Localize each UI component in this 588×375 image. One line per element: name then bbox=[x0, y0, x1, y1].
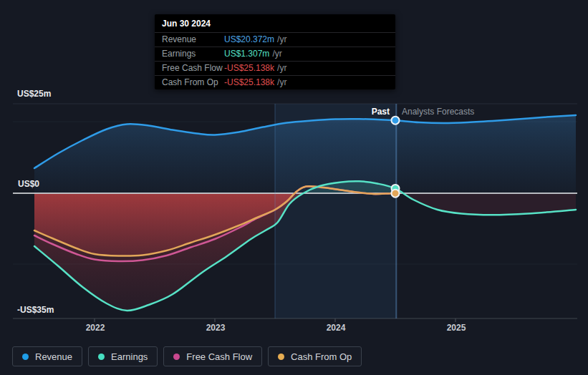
tooltip-unit: /yr bbox=[277, 63, 286, 73]
earnings-swatch-icon bbox=[98, 354, 105, 360]
x-axis-label-2023: 2023 bbox=[206, 323, 226, 333]
x-axis-label-2022: 2022 bbox=[86, 323, 105, 333]
revenue-swatch-icon bbox=[22, 354, 29, 360]
tooltip-unit: /yr bbox=[277, 77, 286, 87]
tooltip-row-cash-from-op: Cash From Op -US$25.138k /yr bbox=[155, 75, 395, 89]
analysts-forecasts-label: Analysts Forecasts bbox=[402, 107, 474, 117]
tooltip-value: US$20.372m bbox=[224, 34, 274, 44]
x-axis-label-2024: 2024 bbox=[327, 323, 346, 333]
legend-item-free-cash-flow[interactable]: Free Cash Flow bbox=[163, 346, 262, 366]
tooltip-row-revenue: Revenue US$20.372m /yr bbox=[155, 32, 395, 47]
x-axis-label-2025: 2025 bbox=[447, 323, 466, 333]
y-axis-label-0: US$0 bbox=[18, 179, 39, 189]
tooltip-unit: /yr bbox=[272, 49, 281, 59]
free-cash-flow-swatch-icon bbox=[173, 354, 180, 360]
tooltip-value: -US$25.138k bbox=[224, 77, 274, 87]
legend-item-cash-from-op[interactable]: Cash From Op bbox=[268, 346, 362, 366]
cash-from-op-swatch-icon bbox=[278, 354, 284, 360]
chart-legend: Revenue Earnings Free Cash Flow Cash Fro… bbox=[12, 346, 362, 366]
tooltip-label: Free Cash Flow bbox=[162, 63, 224, 73]
past-label: Past bbox=[275, 107, 390, 117]
x-axis-ticks bbox=[95, 318, 456, 322]
tooltip-unit: /yr bbox=[277, 34, 286, 44]
legend-item-revenue[interactable]: Revenue bbox=[12, 346, 82, 366]
legend-item-earnings[interactable]: Earnings bbox=[88, 346, 158, 366]
marker-revenue bbox=[392, 117, 400, 125]
tooltip-date: Jun 30 2024 bbox=[155, 14, 395, 32]
marker-cash-from-op bbox=[392, 190, 400, 198]
tooltip-label: Cash From Op bbox=[162, 77, 224, 87]
tooltip-value: US$1.307m bbox=[224, 49, 269, 59]
y-axis-label-neg35m: -US$35m bbox=[17, 305, 54, 315]
tooltip-row-earnings: Earnings US$1.307m /yr bbox=[155, 47, 395, 61]
chart-tooltip: Jun 30 2024 Revenue US$20.372m /yr Earni… bbox=[155, 14, 395, 89]
tooltip-value: -US$25.138k bbox=[224, 63, 274, 73]
legend-label: Free Cash Flow bbox=[186, 351, 252, 362]
tooltip-label: Earnings bbox=[162, 49, 224, 59]
y-axis-label-25m: US$25m bbox=[17, 89, 51, 99]
legend-label: Cash From Op bbox=[291, 351, 352, 362]
tooltip-row-free-cash-flow: Free Cash Flow -US$25.138k /yr bbox=[155, 61, 395, 75]
tooltip-label: Revenue bbox=[162, 34, 224, 44]
legend-label: Earnings bbox=[111, 351, 148, 362]
earnings-revenue-chart: US$25m US$0 -US$35m 2022 2023 2024 2025 … bbox=[0, 0, 588, 375]
legend-label: Revenue bbox=[35, 351, 72, 362]
